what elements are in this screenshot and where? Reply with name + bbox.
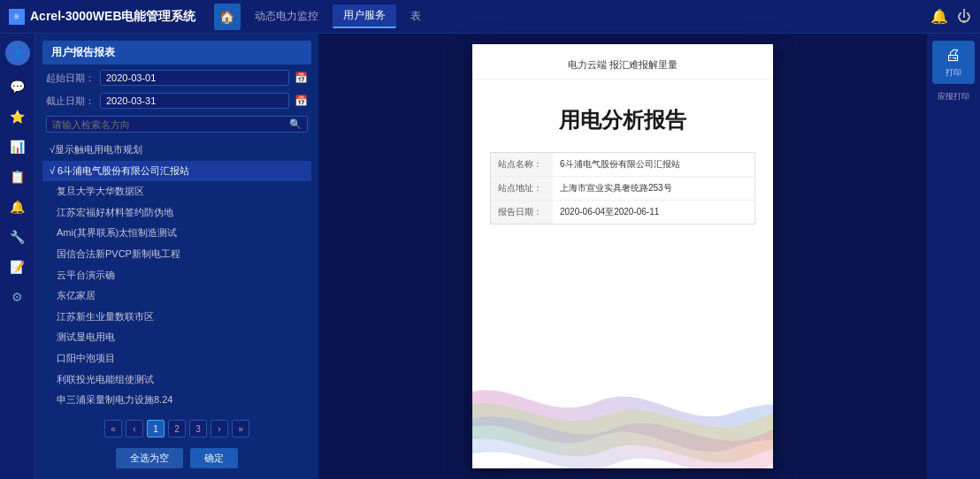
nav-tabs: 🏠 动态电力监控 用户服务 表 — [214, 4, 931, 30]
list-item[interactable]: √显示触电用电市规划 — [42, 140, 311, 161]
report-info-label: 站点地址： — [491, 177, 553, 200]
page-prev[interactable]: ‹ — [126, 420, 143, 437]
search-input[interactable] — [52, 119, 289, 130]
end-date-label: 截止日期： — [46, 95, 95, 108]
page-2[interactable]: 2 — [168, 420, 186, 437]
print-label: 打印 — [946, 67, 961, 79]
list-item[interactable]: 国信合法新PVCP新制电工程 — [42, 244, 311, 265]
report-page: 电力云端 报汇难报解里量 用电分析报告 站点名称：6斗浦电气股份有限公司汇报站站… — [472, 44, 773, 468]
sidebar: 👤 💬 ⭐ 📊 📋 🔔 🔧 📝 ⚙ — [0, 34, 35, 479]
wave-decoration — [472, 362, 773, 468]
end-date-row: 截止日期： 📅 — [42, 91, 311, 110]
report-info-table: 站点名称：6斗浦电气股份有限公司汇报站站点地址：上海市宣业实具奢统路253号报告… — [490, 152, 755, 224]
confirm-button[interactable]: 确定 — [190, 448, 238, 468]
tab-power-monitor[interactable]: 动态电力监控 — [244, 5, 329, 27]
report-header: 电力云端 报汇难报解里量 — [472, 44, 773, 80]
list-item[interactable]: √ 6斗浦电气股份有限公司汇报站 — [42, 161, 311, 182]
logo-icon: ≡ — [9, 9, 25, 25]
topbar-right: 🔔 ⏻ — [930, 8, 971, 25]
list-item[interactable]: 云平台演示确 — [42, 265, 311, 286]
form-actions: 全选为空 确定 — [42, 445, 311, 472]
report-info-row: 站点地址：上海市宣业实具奢统路253号 — [491, 177, 754, 201]
pagination: « ‹ 1 2 3 › » — [42, 416, 311, 441]
report-info-value: 6斗浦电气股份有限公司汇报站 — [553, 153, 754, 176]
list-item[interactable]: 东亿家居 — [42, 285, 311, 307]
topbar: ≡ Acrel-3000WEB电能管理系统 🏠 动态电力监控 用户服务 表 🔔 … — [0, 0, 980, 34]
home-button[interactable]: 🏠 — [214, 4, 241, 30]
power-icon[interactable]: ⏻ — [957, 9, 971, 25]
app-logo: ≡ Acrel-3000WEB电能管理系统 — [9, 9, 196, 25]
sidebar-icon-chart[interactable]: 📊 — [5, 134, 30, 159]
sidebar-icon-settings[interactable]: ⚙ — [5, 285, 30, 309]
start-date-calendar-icon[interactable]: 📅 — [295, 72, 308, 84]
start-date-input[interactable] — [100, 70, 289, 86]
report-info-row: 报告日期：2020-06-04至2020-06-11 — [491, 201, 754, 224]
list-container: √显示触电用电市规划√ 6斗浦电气股份有限公司汇报站复旦大学大华数据区江苏宏福好… — [42, 140, 311, 411]
sidebar-icon-star[interactable]: ⭐ — [5, 104, 30, 129]
sidebar-icon-edit[interactable]: 📝 — [5, 255, 30, 279]
tab-user-service-label: 用户服务 — [343, 8, 386, 23]
tab-power-monitor-label: 动态电力监控 — [255, 9, 318, 24]
report-info-value: 2020-06-04至2020-06-11 — [553, 201, 754, 224]
right-toolbar: 🖨 打印 应报打印 — [927, 34, 980, 479]
page-last[interactable]: » — [232, 420, 249, 437]
list-item[interactable]: 口阳中泡项目 — [42, 348, 311, 369]
print-button[interactable]: 🖨 打印 — [932, 41, 975, 84]
export-button[interactable]: 全选为空 — [116, 448, 183, 468]
sidebar-icon-bell[interactable]: 🔔 — [5, 194, 30, 219]
report-info-label: 站点名称： — [491, 153, 553, 176]
search-icon[interactable]: 🔍 — [289, 118, 302, 130]
list-item[interactable]: 测试显电用电 — [42, 327, 311, 348]
report-info-label: 报告日期： — [491, 201, 553, 224]
search-box: 🔍 — [46, 116, 308, 133]
list-item[interactable]: 申三浦采量制电力设施8.24 — [42, 390, 311, 411]
app-title: Acrel-3000WEB电能管理系统 — [30, 9, 196, 25]
report-info-value: 上海市宣业实具奢统路253号 — [553, 177, 754, 200]
list-item[interactable]: Ami(其界联系)太恒制造测试 — [42, 223, 311, 244]
form-panel-title: 用户报告报表 — [42, 41, 311, 65]
list-item[interactable]: 江苏新生业量数联市区 — [42, 307, 311, 328]
form-panel: 用户报告报表 起始日期： 📅 截止日期： 📅 🔍 √显示触电用电市规划√ 6斗浦… — [35, 34, 318, 479]
bell-icon[interactable]: 🔔 — [930, 8, 948, 25]
list-item[interactable]: 利联投光电能组使测试 — [42, 369, 311, 391]
start-date-row: 起始日期： 📅 — [42, 68, 311, 87]
report-area: 电力云端 报汇难报解里量 用电分析报告 站点名称：6斗浦电气股份有限公司汇报站站… — [318, 34, 927, 479]
tab-meter-label: 表 — [410, 9, 421, 24]
end-date-calendar-icon[interactable]: 📅 — [295, 95, 308, 107]
page-next[interactable]: › — [211, 420, 228, 437]
sidebar-icon-clipboard[interactable]: 📋 — [5, 164, 30, 189]
main-layout: 👤 💬 ⭐ 📊 📋 🔔 🔧 📝 ⚙ 用户报告报表 起始日期： 📅 截止日期： 📅 — [0, 34, 980, 479]
page-3[interactable]: 3 — [189, 420, 207, 437]
start-date-label: 起始日期： — [46, 72, 95, 85]
sidebar-icon-tool[interactable]: 🔧 — [5, 224, 30, 249]
page-1[interactable]: 1 — [147, 420, 165, 437]
report-title: 用电分析报告 — [472, 80, 773, 152]
sidebar-icon-message[interactable]: 💬 — [5, 74, 30, 99]
end-date-input[interactable] — [100, 93, 289, 109]
list-item[interactable]: 复旦大学大华数据区 — [42, 181, 311, 202]
content-panel: 用户报告报表 起始日期： 📅 截止日期： 📅 🔍 √显示触电用电市规划√ 6斗浦… — [35, 34, 980, 479]
list-item[interactable]: 江苏宏福好材料签约防伪地 — [42, 202, 311, 224]
tab-meter[interactable]: 表 — [400, 5, 432, 27]
print-icon: 🖨 — [946, 46, 961, 65]
page-first[interactable]: « — [104, 420, 122, 437]
report-info-row: 站点名称：6斗浦电气股份有限公司汇报站 — [491, 153, 754, 177]
avatar: 👤 — [5, 41, 30, 65]
tab-user-service[interactable]: 用户服务 — [333, 4, 396, 28]
export-print-label[interactable]: 应报打印 — [938, 91, 969, 103]
